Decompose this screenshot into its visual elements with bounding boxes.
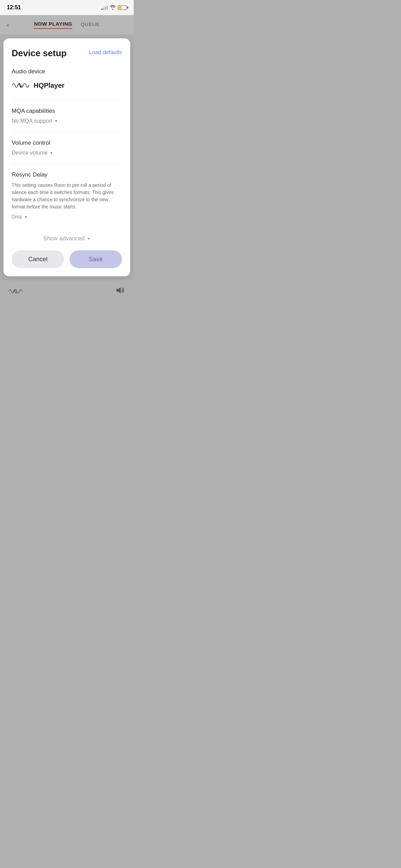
bottom-bar bbox=[0, 280, 134, 302]
back-button[interactable]: ‹ bbox=[7, 21, 9, 29]
mqa-label: MQA capabilities bbox=[12, 108, 122, 114]
modal-title: Device setup bbox=[12, 48, 66, 59]
top-nav: ‹ NOW PLAYING QUEUE bbox=[0, 15, 134, 34]
save-button[interactable]: Save bbox=[70, 250, 122, 268]
volume-value: Device volume bbox=[12, 150, 48, 156]
volume-control-section: Volume control Device volume ▼ bbox=[12, 140, 122, 156]
volume-dropdown[interactable]: Device volume ▼ bbox=[12, 150, 122, 156]
wifi-icon bbox=[110, 5, 116, 11]
tab-queue[interactable]: QUEUE bbox=[81, 21, 100, 28]
volume-label: Volume control bbox=[12, 140, 122, 146]
button-row: Cancel Save bbox=[12, 250, 122, 268]
status-bar: 12:51 bbox=[0, 0, 134, 15]
volume-icon[interactable] bbox=[116, 287, 125, 296]
resync-delay-section: Resync Delay This setting causes Roon to… bbox=[12, 171, 122, 220]
battery-icon bbox=[118, 5, 127, 10]
audio-device-row: HQPlayer bbox=[12, 79, 122, 92]
modal-header: Device setup Load defaults bbox=[12, 48, 122, 59]
svg-marker-0 bbox=[117, 287, 121, 293]
resync-dropdown-arrow: ▼ bbox=[24, 215, 28, 219]
resync-label: Resync Delay bbox=[12, 171, 122, 178]
status-icons bbox=[101, 5, 127, 11]
show-advanced-arrow: ▼ bbox=[87, 237, 90, 241]
mqa-value: No MQA support bbox=[12, 118, 52, 124]
show-advanced-label: Show advanced bbox=[43, 235, 85, 242]
mqa-dropdown[interactable]: No MQA support ▼ bbox=[12, 118, 122, 124]
load-defaults-button[interactable]: Load defaults bbox=[89, 48, 122, 56]
show-advanced-row[interactable]: Show advanced ▼ bbox=[12, 228, 122, 245]
mqa-capabilities-section: MQA capabilities No MQA support ▼ bbox=[12, 108, 122, 124]
hqplayer-icon bbox=[12, 79, 29, 92]
resync-dropdown[interactable]: 0ms ▼ bbox=[12, 214, 122, 220]
device-name: HQPlayer bbox=[34, 82, 64, 89]
status-time: 12:51 bbox=[7, 4, 21, 11]
tab-now-playing[interactable]: NOW PLAYING bbox=[34, 21, 72, 29]
mqa-dropdown-arrow: ▼ bbox=[54, 119, 58, 123]
divider-3 bbox=[12, 164, 122, 165]
device-setup-modal: Device setup Load defaults Audio device … bbox=[3, 38, 130, 276]
resync-description: This setting causes Roon to pre-roll a p… bbox=[12, 182, 122, 210]
bottom-device-icon bbox=[8, 286, 23, 297]
cancel-button[interactable]: Cancel bbox=[12, 250, 64, 268]
divider-1 bbox=[12, 100, 122, 101]
divider-2 bbox=[12, 132, 122, 133]
audio-device-label: Audio device bbox=[12, 68, 122, 75]
nav-tabs: NOW PLAYING QUEUE bbox=[34, 21, 99, 29]
volume-dropdown-arrow: ▼ bbox=[50, 151, 53, 155]
resync-value: 0ms bbox=[12, 214, 22, 220]
audio-device-section: Audio device HQPlayer bbox=[12, 68, 122, 92]
signal-bars-icon bbox=[101, 5, 108, 10]
